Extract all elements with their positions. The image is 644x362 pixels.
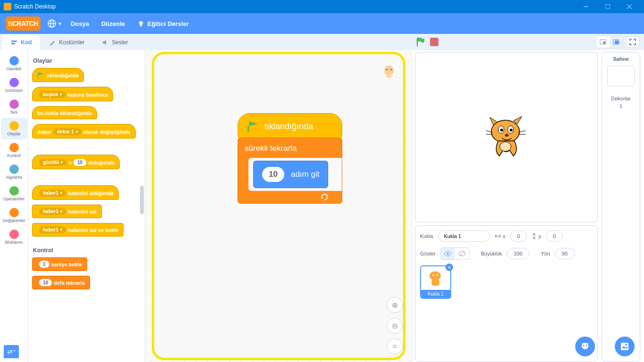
- highlight-frame: [152, 52, 405, 360]
- cat-events[interactable]: Olaylar: [1, 118, 27, 140]
- backdrops-label: Dekorlar: [605, 96, 637, 101]
- sprite-y-input[interactable]: 0: [546, 230, 563, 242]
- run-controls: [416, 37, 443, 47]
- svg-point-23: [505, 134, 509, 137]
- arrows-h-icon: [495, 234, 501, 239]
- svg-rect-8: [140, 25, 142, 26]
- app-icon: [4, 3, 11, 10]
- add-sprite-button[interactable]: [575, 337, 595, 356]
- menu-tutorials[interactable]: Eğitici Dersler: [137, 20, 189, 27]
- svg-rect-12: [603, 41, 605, 44]
- scratch-cat-sprite[interactable]: [484, 114, 529, 161]
- sprite-card[interactable]: ✕ Kukla 1: [420, 265, 451, 299]
- add-backdrop-button[interactable]: [615, 337, 635, 356]
- cat-icon: [426, 269, 445, 288]
- sprite-x-input[interactable]: 0: [510, 230, 527, 242]
- script-stack[interactable]: tıklandığında sürekli tekrarla 10adım gi…: [238, 113, 342, 204]
- sound-icon: [101, 39, 109, 46]
- tab-costumes[interactable]: Kostümler: [40, 35, 93, 50]
- cat-looks[interactable]: Görünüm: [1, 74, 27, 96]
- code-icon: [10, 39, 18, 46]
- svg-point-20: [500, 129, 503, 132]
- svg-point-40: [625, 344, 627, 346]
- minimize-button[interactable]: [575, 0, 597, 13]
- svg-rect-39: [621, 343, 628, 350]
- block-when-loudness[interactable]: gürültü>10olduğunda: [32, 155, 142, 169]
- stage-size-controls: [596, 36, 623, 48]
- cat-control[interactable]: Kontrol: [1, 140, 27, 161]
- block-wait[interactable]: 1saniye bekle: [32, 257, 142, 271]
- stage[interactable]: [415, 52, 598, 222]
- window-titlebar: Scratch Desktop: [0, 0, 644, 13]
- label-show: Göster: [420, 251, 436, 256]
- delete-sprite-icon[interactable]: ✕: [446, 263, 453, 271]
- stage-small-button[interactable]: [596, 36, 610, 48]
- close-button[interactable]: [619, 0, 640, 13]
- cat-sound[interactable]: Ses: [1, 96, 27, 118]
- svg-point-22: [510, 129, 512, 132]
- cat-myblocks[interactable]: Bloklarım: [1, 226, 27, 248]
- script-workspace[interactable]: tıklandığında sürekli tekrarla 10adım gi…: [145, 50, 413, 362]
- block-broadcast-wait[interactable]: haber1haberini sal ve bekle: [32, 223, 142, 237]
- cat-variables[interactable]: Değişkenler: [1, 205, 27, 226]
- green-flag-button[interactable]: [416, 37, 425, 47]
- language-picker[interactable]: ▼: [47, 19, 62, 28]
- tab-sounds[interactable]: Sesler: [93, 35, 136, 50]
- sprite-info-pane: Kukla x 0 y 0 Göster Büyüklük: [415, 225, 598, 362]
- block-when-flag[interactable]: tıklandığında: [32, 68, 142, 82]
- zoom-out-button[interactable]: ⊖: [387, 318, 403, 334]
- stage-large-button[interactable]: [610, 36, 623, 48]
- window-title: Scratch Desktop: [14, 3, 56, 10]
- svg-point-24: [500, 142, 511, 151]
- fullscreen-button[interactable]: [626, 36, 639, 48]
- tab-code[interactable]: Kod: [2, 35, 40, 50]
- block-broadcast[interactable]: haber1haberini sal: [32, 205, 142, 218]
- svg-point-30: [447, 253, 449, 255]
- block-when-key[interactable]: boşluktuşuna basılınca: [32, 87, 142, 101]
- svg-point-7: [139, 21, 143, 25]
- svg-point-18: [491, 120, 520, 143]
- tab-row: Kod Kostümler Sesler: [0, 34, 644, 50]
- loop-icon: [320, 193, 329, 201]
- menubar: SCRATCH ▼ Dosya Düzenle Eğitici Dersler: [0, 13, 644, 34]
- brush-icon: [49, 39, 56, 46]
- palette-scrollbar[interactable]: [140, 186, 144, 214]
- label-sprite: Kukla: [420, 233, 433, 239]
- menu-edit[interactable]: Düzenle: [101, 20, 125, 27]
- workspace-sprite-thumb: [379, 62, 399, 82]
- stop-button[interactable]: [430, 38, 438, 46]
- scratch-logo[interactable]: SCRATCH: [6, 16, 41, 31]
- sprite-direction-input[interactable]: 90: [555, 248, 575, 259]
- svg-point-17: [390, 69, 392, 71]
- block-repeat[interactable]: 10defa tekrarla: [32, 276, 142, 289]
- category-column: Hareket Görünüm Ses Olaylar Kontrol Algı…: [0, 50, 28, 362]
- flag-icon: [37, 72, 44, 79]
- stage-label: Sahne: [605, 56, 637, 62]
- flag-icon: [248, 121, 258, 132]
- hide-button[interactable]: [455, 248, 469, 259]
- cat-motion[interactable]: Hareket: [1, 53, 27, 74]
- sprite-size-input[interactable]: 100: [507, 248, 529, 259]
- script-move-steps[interactable]: 10adım git: [253, 161, 328, 188]
- palette-heading-events: Olaylar: [33, 58, 140, 64]
- block-palette[interactable]: Olaylar tıklandığında boşluktuşuna basıl…: [28, 50, 145, 362]
- block-when-receive[interactable]: haber1haberini aldığımda: [32, 185, 142, 200]
- sprite-name-input[interactable]: [438, 230, 490, 242]
- maximize-button[interactable]: [597, 0, 619, 13]
- svg-rect-10: [11, 43, 15, 44]
- zoom-reset-button[interactable]: =: [387, 338, 403, 354]
- menu-file[interactable]: Dosya: [71, 20, 89, 27]
- script-forever[interactable]: sürekli tekrarla 10adım git: [238, 138, 342, 204]
- block-when-sprite-clicked[interactable]: bu kukla tıklandığında: [32, 106, 142, 119]
- svg-point-15: [384, 66, 394, 75]
- zoom-in-button[interactable]: ⊕: [387, 297, 403, 313]
- cat-operators[interactable]: Operatörler: [1, 183, 27, 205]
- bulb-icon: [137, 20, 145, 27]
- script-when-flag[interactable]: tıklandığında: [238, 113, 342, 139]
- cat-sensing[interactable]: Algılama: [1, 161, 27, 183]
- block-when-backdrop[interactable]: dekordekor 1olarak değiştiğinde: [32, 124, 142, 139]
- show-button[interactable]: [441, 248, 455, 259]
- stage-thumb[interactable]: [607, 66, 635, 86]
- backpack-toggle[interactable]: ⇄⁺: [4, 345, 19, 358]
- arrows-v-icon: [532, 233, 537, 239]
